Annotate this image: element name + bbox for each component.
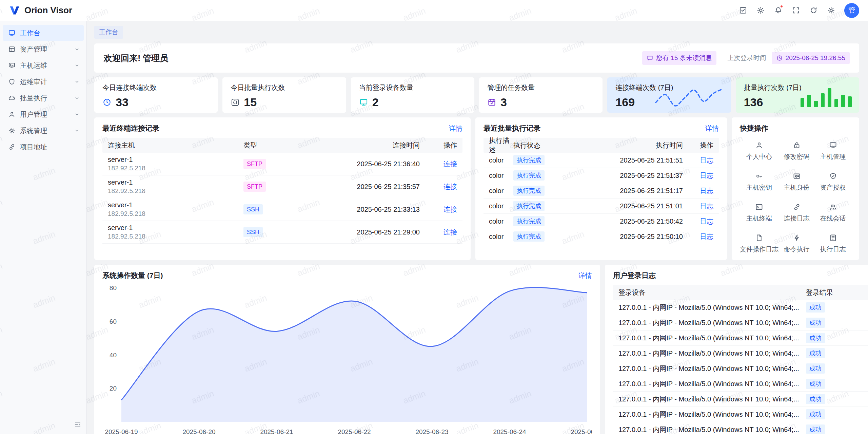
login-device: 127.0.0.1 - 内网IP - Mozilla/5.0 (Windows … [618, 349, 806, 358]
login-device: 127.0.0.1 - 内网IP - Mozilla/5.0 (Windows … [618, 303, 806, 312]
connect-link[interactable]: 连接 [443, 183, 457, 190]
panel-title: 用户登录日志 [613, 271, 656, 280]
login-log-row: 127.0.0.1 - 内网IP - Mozilla/5.0 (Windows … [613, 346, 868, 361]
terminal-icon [755, 203, 763, 211]
executions-detail-link[interactable]: 详情 [705, 124, 719, 133]
welcome-banner: 欢迎回来! 管理员 您有 15 条未读消息 上次登录时间 2025-06-25 … [94, 43, 859, 73]
notifications-icon[interactable] [771, 3, 785, 18]
connection-row: server-1 182.92.5.218 SSH 2025-06-25 21:… [102, 198, 462, 221]
connection-row: server-1 182.92.5.218 SFTP 2025-06-25 21… [102, 175, 462, 198]
lightning-icon [793, 234, 801, 242]
breadcrumb-item[interactable]: 工作台 [94, 26, 123, 39]
quick-actions-grid: 个人中心 修改密码 主机管理 主机密钥 [740, 141, 851, 254]
sidebar-item[interactable]: 批量执行 [3, 90, 84, 106]
stat-card-title: 当前登录设备数量 [359, 83, 466, 92]
quick-action[interactable]: 个人中心 [740, 141, 778, 161]
login-result-badge: 成功 [806, 302, 825, 313]
message-icon [647, 55, 653, 61]
log-link[interactable]: 日志 [700, 218, 713, 225]
quick-action[interactable]: 主机终端 [740, 203, 778, 223]
quick-action[interactable]: 连接日志 [778, 203, 815, 223]
sidebar-item[interactable]: 系统管理 [3, 123, 84, 138]
login-log-row: 127.0.0.1 - 内网IP - Mozilla/5.0 (Windows … [613, 361, 868, 376]
svg-text:2025-06-24: 2025-06-24 [493, 428, 526, 434]
stat-card-value: 136 [744, 96, 763, 109]
log-link[interactable]: 日志 [700, 156, 713, 164]
settings-gear-icon[interactable] [824, 3, 838, 18]
quick-action[interactable]: 文件操作日志 [740, 234, 778, 254]
quick-action[interactable]: 在线会话 [815, 203, 851, 223]
sidebar-item[interactable]: 项目地址 [3, 139, 84, 155]
quick-actions-panel: 快捷操作 个人中心 修改密码 主机管理 [732, 117, 859, 260]
app-logo[interactable]: Orion Visor [9, 5, 72, 16]
welcome-meta: 您有 15 条未读消息 上次登录时间 2025-06-25 19:26:55 [642, 51, 850, 65]
log-link[interactable]: 日志 [700, 202, 713, 210]
execution-row: color 执行完成 2025-06-25 21:50:10 日志 [484, 229, 719, 244]
clock-icon [776, 55, 783, 61]
shield-check-icon [829, 172, 837, 180]
login-result-badge: 成功 [806, 424, 825, 434]
refresh-icon[interactable] [806, 3, 821, 18]
svg-text:80: 80 [110, 284, 117, 291]
table-header: 登录设备 登录结果 登录时间 [613, 285, 868, 300]
execution-row: color 执行完成 2025-06-25 21:50:42 日志 [484, 214, 719, 229]
login-result-badge: 成功 [806, 409, 825, 419]
quick-action[interactable]: 主机密钥 [740, 172, 778, 192]
log-link[interactable]: 日志 [700, 187, 713, 194]
sidebar-item[interactable]: 用户管理 [3, 107, 84, 122]
stat-card-value: 33 [116, 96, 129, 109]
sidebar-item[interactable]: 运维审计 [3, 74, 84, 90]
recent-executions-panel: 最近批量执行记录 详情 执行描述 执行状态 执行时间 操作 color 执行完成… [475, 117, 727, 260]
table-header: 执行描述 执行状态 执行时间 操作 [484, 138, 719, 153]
stat-card-value: 2 [372, 96, 379, 109]
connection-time: 2025-06-25 21:35:57 [318, 183, 420, 191]
quick-action[interactable]: 修改密码 [778, 141, 815, 161]
connect-link[interactable]: 连接 [443, 160, 457, 168]
recent-connections-panel: 最近终端连接记录 详情 连接主机 类型 连接时间 操作 server-1 182… [94, 117, 471, 260]
log-link[interactable]: 日志 [700, 233, 713, 240]
panel-title: 系统操作数量 (7日) [102, 271, 163, 280]
login-result-badge: 成功 [806, 333, 825, 343]
stat-card-connect-trend: 连接终端次数 (7日) 169 [607, 77, 731, 113]
chart-detail-link[interactable]: 详情 [578, 271, 592, 280]
stat-card-title: 今日批量执行次数 [231, 83, 338, 92]
execution-time: 2025-06-25 21:51:17 [585, 187, 683, 195]
connections-detail-link[interactable]: 详情 [449, 124, 462, 133]
login-device: 127.0.0.1 - 内网IP - Mozilla/5.0 (Windows … [618, 334, 806, 343]
login-log-row: 127.0.0.1 - 内网IP - Mozilla/5.0 (Windows … [613, 376, 868, 392]
execution-desc: color [489, 156, 513, 164]
login-logs-panel: 用户登录日志 详情 登录设备 登录结果 登录时间 127.0.0.1 - 内网I… [605, 265, 868, 434]
connect-link[interactable]: 连接 [443, 206, 457, 213]
idcard-icon [793, 172, 801, 180]
quick-action[interactable]: 主机管理 [815, 141, 851, 161]
protocol-tag: SFTP [243, 182, 266, 192]
unread-messages-badge[interactable]: 您有 15 条未读消息 [642, 51, 716, 65]
quick-action[interactable]: 资产授权 [815, 172, 851, 192]
login-time: 2025-03-22 01:01:31 [857, 395, 868, 403]
audit-icon [8, 78, 16, 86]
quick-action[interactable]: 主机身份 [778, 172, 815, 192]
quick-action[interactable]: 执行日志 [815, 234, 851, 254]
svg-text:2025-06-25: 2025-06-25 [571, 428, 592, 434]
svg-text:2025-06-22: 2025-06-22 [338, 428, 371, 434]
execution-time: 2025-06-25 21:50:10 [585, 233, 683, 241]
theme-toggle-icon[interactable] [753, 3, 768, 18]
protocol-tag: SSH [243, 204, 263, 214]
sidebar-collapse-button[interactable] [72, 419, 83, 430]
sidebar-item[interactable]: 主机运维 [3, 58, 84, 73]
sidebar-item[interactable]: 工作台 [3, 25, 84, 41]
host-ip: 182.92.5.218 [108, 187, 243, 195]
executions-table: 执行描述 执行状态 执行时间 操作 color 执行完成 2025-06-25 … [484, 138, 719, 244]
log-link[interactable]: 日志 [700, 172, 713, 179]
sidebar-item[interactable]: 资产管理 [3, 41, 84, 57]
key-icon [755, 172, 763, 180]
connect-link[interactable]: 连接 [443, 228, 457, 236]
tasks-icon[interactable] [736, 3, 750, 18]
user-avatar[interactable]: 管 [844, 3, 859, 18]
fullscreen-icon[interactable] [789, 3, 803, 18]
main-content: 工作台 欢迎回来! 管理员 您有 15 条未读消息 上次登录时间 2025-06… [87, 21, 868, 434]
bottom-row: 系统操作数量 (7日) 详情 204060802025-06-192025-06… [94, 265, 859, 434]
login-result-badge: 成功 [806, 318, 825, 328]
quick-action[interactable]: 命令执行 [778, 234, 815, 254]
topbar-actions: 管 [736, 3, 859, 18]
